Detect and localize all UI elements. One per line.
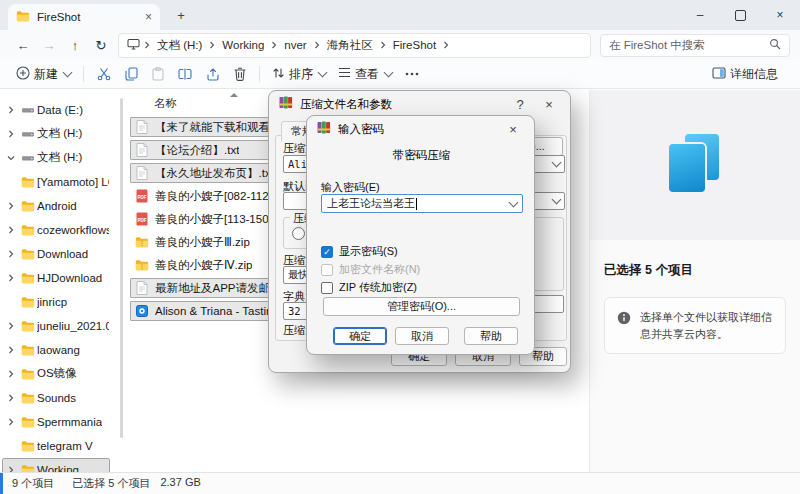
drive-icon <box>18 128 37 140</box>
password-subtitle: 带密码压缩 <box>307 148 536 163</box>
chevron-down-icon[interactable] <box>3 154 18 162</box>
tab-close-icon[interactable]: × <box>145 11 152 23</box>
sidebar-item-laowang[interactable]: laowang <box>2 338 110 361</box>
password-value: 上老王论坛当老王 <box>327 196 415 211</box>
txt-file-icon <box>135 120 149 134</box>
sidebar-item--h-[interactable]: 文档 (H:) <box>2 146 110 169</box>
window-controls: – × <box>680 0 800 30</box>
sidebar-item-cozeworkflows-m[interactable]: cozeworkflows-m <box>2 218 110 241</box>
sidebar-item-label: juneliu_2021.01.0 <box>37 320 109 332</box>
sort-button-label: 排序 <box>289 66 313 83</box>
maximize-button[interactable] <box>720 0 760 30</box>
back-button[interactable]: ← <box>10 33 36 57</box>
sidebar-item-working[interactable]: Working <box>2 458 110 472</box>
txt-file-icon <box>135 281 149 295</box>
dialog-help-button[interactable]: ? <box>509 97 531 112</box>
password-dialog-button-3[interactable]: 帮助 <box>464 327 518 345</box>
sidebar-item-data-e-[interactable]: Data (E:) <box>2 98 110 121</box>
breadcrumb-item[interactable]: nver <box>281 39 309 51</box>
dialog-close-button[interactable]: × <box>502 122 524 137</box>
chevron-right-icon[interactable] <box>3 130 18 138</box>
chevron-right-icon[interactable] <box>3 106 18 114</box>
chevron-right-icon[interactable] <box>3 394 18 402</box>
folder-icon <box>18 248 37 260</box>
sidebar-item-juneliu-2021-01-0[interactable]: juneliu_2021.01.0 <box>2 314 110 337</box>
chevron-right-icon[interactable] <box>3 418 18 426</box>
checkbox-row[interactable]: ✓显示密码(S) <box>321 244 398 259</box>
checkbox-row[interactable]: ZIP 传统加密(Z) <box>321 280 417 295</box>
forward-button[interactable]: → <box>36 33 62 57</box>
sort-arrows-icon <box>272 67 285 82</box>
password-dialog-button-2[interactable]: 取消 <box>395 327 449 345</box>
divider <box>259 66 260 82</box>
sidebar-item-download[interactable]: Download <box>2 242 110 265</box>
drive-icon <box>18 104 37 116</box>
archive-dialog-title: 压缩文件名和参数 <box>300 97 502 112</box>
sidebar-scrollbar[interactable] <box>120 98 123 438</box>
unchecked-checkbox-icon[interactable] <box>321 264 333 276</box>
folder-icon <box>18 200 37 212</box>
address-bar[interactable]: 文档 (H:)Workingnver海角社区FireShot <box>118 33 591 58</box>
sidebar-item-label: OS镜像 <box>37 366 77 381</box>
sidebar-item-sounds[interactable]: Sounds <box>2 386 110 409</box>
password-input[interactable]: 上老王论坛当老王 <box>321 194 523 213</box>
breadcrumb-item[interactable]: 海角社区 <box>324 38 376 53</box>
share-button[interactable] <box>199 68 227 81</box>
unchecked-checkbox-icon[interactable] <box>321 282 333 294</box>
sidebar-item-jinricp[interactable]: jinricp <box>2 290 110 313</box>
sidebar-item-label: Sounds <box>37 392 76 404</box>
checkbox-row[interactable]: 加密文件名称(N) <box>321 262 420 277</box>
close-button[interactable]: × <box>760 0 800 30</box>
chevron-right-icon[interactable] <box>3 226 18 234</box>
chevron-right-icon[interactable] <box>3 274 18 282</box>
plus-circle-icon <box>16 66 30 83</box>
sidebar-item-os-[interactable]: OS镜像 <box>2 362 110 385</box>
delete-button[interactable] <box>227 67 253 81</box>
sidebar-item-label: Download <box>37 248 88 260</box>
chevron-down-icon <box>552 195 562 205</box>
paste-button[interactable] <box>145 67 171 81</box>
refresh-button[interactable]: ↻ <box>88 33 114 57</box>
copy-button[interactable] <box>118 67 145 81</box>
rename-button[interactable] <box>171 68 199 80</box>
sidebar-item-telegram-v[interactable]: telegram V <box>2 434 110 457</box>
password-dialog-button-1[interactable]: 确定 <box>333 327 387 345</box>
chevron-down-icon <box>384 68 394 78</box>
more-button[interactable] <box>398 72 426 76</box>
dialog-close-button[interactable]: × <box>538 97 560 112</box>
chevron-right-icon[interactable] <box>3 370 18 378</box>
sidebar-item--yamamoto-lov[interactable]: [Yamamoto] LOV <box>2 170 110 193</box>
sidebar-item-hjdownload[interactable]: HJDownload <box>2 266 110 289</box>
folder-icon <box>18 416 37 428</box>
file-name: 善良的小嫂子Ⅳ.zip <box>155 258 253 273</box>
folder-icon <box>18 464 37 473</box>
winrar-icon <box>279 95 293 113</box>
sidebar-item-spermmania[interactable]: Spermmania <box>2 410 110 433</box>
checked-checkbox-icon[interactable]: ✓ <box>321 246 333 258</box>
explorer-tab[interactable]: FireShot × <box>8 4 160 30</box>
details-pane-toggle[interactable]: 详细信息 <box>706 66 784 83</box>
chevron-right-icon[interactable] <box>3 346 18 354</box>
manage-passwords-button[interactable]: 管理密码(O)... <box>323 297 520 316</box>
chevron-right-icon[interactable] <box>3 322 18 330</box>
sidebar-item--h-[interactable]: 文档 (H:) <box>2 122 110 145</box>
sidebar-item-android[interactable]: Android <box>2 194 110 217</box>
new-tab-button[interactable]: + <box>172 6 190 24</box>
checkbox-label: 显示密码(S) <box>339 244 398 259</box>
search-box[interactable]: 在 FireShot 中搜索 <box>600 34 790 57</box>
info-text: 选择单个文件以获取详细信息并共享云内容。 <box>640 309 773 342</box>
chevron-right-icon[interactable] <box>3 250 18 258</box>
view-button[interactable]: 查看 <box>332 66 398 83</box>
rar-radio[interactable] <box>292 227 305 240</box>
chevron-right-icon[interactable] <box>3 202 18 210</box>
up-button[interactable]: ↑ <box>62 33 88 57</box>
breadcrumb-item[interactable]: 文档 (H:) <box>154 38 205 53</box>
multi-file-icon <box>667 134 723 196</box>
sort-button[interactable]: 排序 <box>266 66 332 83</box>
minimize-button[interactable]: – <box>680 0 720 30</box>
file-name: 【论坛介绍】.txt <box>155 143 239 158</box>
new-button[interactable]: 新建 <box>10 66 77 83</box>
breadcrumb-item[interactable]: FireShot <box>390 39 439 51</box>
breadcrumb-item[interactable]: Working <box>219 39 267 51</box>
cut-button[interactable] <box>90 67 118 81</box>
